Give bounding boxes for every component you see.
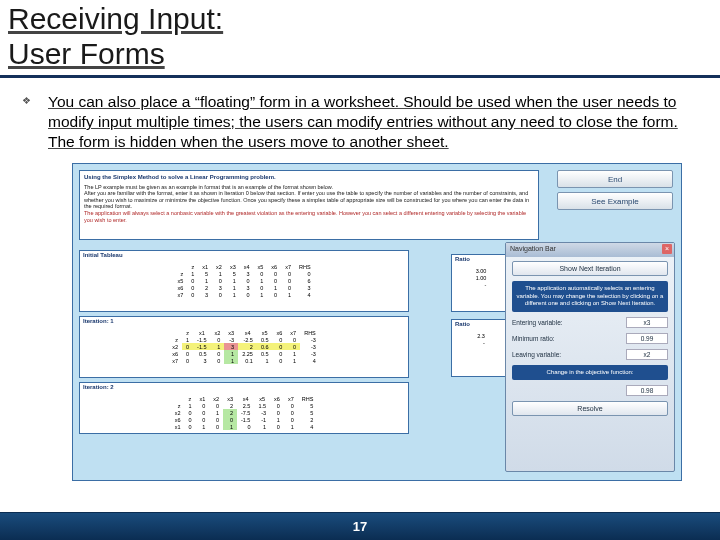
instructions-panel: Using the Simplex Method to solve a Line… bbox=[79, 170, 539, 240]
entering-value[interactable]: x3 bbox=[626, 317, 668, 328]
resolve-button[interactable]: Resolve bbox=[512, 401, 668, 416]
show-next-button[interactable]: Show Next Iteration bbox=[512, 261, 668, 276]
tableau-table: zx1x2x3x4x5x6x7RHSz1-1.50-3-2.50.500-3x2… bbox=[168, 329, 320, 364]
minratio-label: Minimum ratio: bbox=[512, 335, 555, 342]
slide-footer: 17 bbox=[0, 512, 720, 540]
tableau-label: Initial Tableau bbox=[83, 252, 123, 258]
action-buttons: End See Example bbox=[557, 170, 673, 210]
change-label: Change in the objective function: bbox=[512, 365, 668, 381]
bullet: ❖ You can also place a “floating” form i… bbox=[22, 92, 702, 151]
ratio-label: Ratio bbox=[455, 256, 470, 262]
ratio-table-1: 3.001.00- bbox=[472, 267, 491, 288]
leaving-label: Leaving variable: bbox=[512, 351, 561, 358]
title-line1: Receiving Input: bbox=[8, 2, 223, 35]
nav-body: Show Next Iteration The application auto… bbox=[506, 257, 674, 420]
title-line2: User Forms bbox=[8, 37, 165, 70]
diamond-bullet-icon: ❖ bbox=[22, 92, 34, 151]
instructions-p3: The application will always select a non… bbox=[84, 210, 534, 223]
instructions-p1: The LP example must be given as an examp… bbox=[84, 184, 534, 191]
page-number: 17 bbox=[353, 519, 367, 534]
leaving-value: x2 bbox=[626, 349, 668, 360]
initial-tableau: Initial Tableau zx1x2x3x4x5x6x7RHSz15153… bbox=[79, 250, 409, 312]
iteration-2: Iteration: 2 zx1x2x3x4x5x6x7RHSz10022.51… bbox=[79, 382, 409, 434]
change-value-row: 0.98 bbox=[512, 385, 668, 396]
tableau-table: zx1x2x3x4x5x6x7RHSz151530000x5010101006x… bbox=[173, 263, 314, 298]
ratio-box-2: Ratio 2.3- bbox=[451, 319, 511, 377]
see-example-button[interactable]: See Example bbox=[557, 192, 673, 210]
body: ❖ You can also place a “floating” form i… bbox=[0, 78, 720, 481]
min-ratio-row: Minimum ratio: 0.99 bbox=[512, 333, 668, 344]
iteration-1: Iteration: 1 zx1x2x3x4x5x6x7RHSz1-1.50-3… bbox=[79, 316, 409, 378]
ratio-table-2: 2.3- bbox=[473, 332, 489, 346]
nav-titlebar: Navigation Bar × bbox=[506, 243, 674, 257]
entering-variable-row: Entering variable: x3 bbox=[512, 317, 668, 328]
nav-blurb: The application automatically selects an… bbox=[512, 281, 668, 312]
navigation-bar: Navigation Bar × Show Next Iteration The… bbox=[505, 242, 675, 472]
end-button[interactable]: End bbox=[557, 170, 673, 188]
nav-title-text: Navigation Bar bbox=[510, 245, 556, 252]
slide-title: Receiving Input: User Forms bbox=[0, 0, 720, 78]
entering-label: Entering variable: bbox=[512, 319, 563, 326]
instructions-p2: After you are familiar with the format, … bbox=[84, 190, 534, 210]
instructions-header: Using the Simplex Method to solve a Line… bbox=[84, 174, 534, 181]
change-value: 0.98 bbox=[626, 385, 668, 396]
tableau-label: Iteration: 2 bbox=[83, 384, 114, 390]
bullet-text: You can also place a “floating” form in … bbox=[48, 92, 702, 151]
ratio-label: Ratio bbox=[455, 321, 470, 327]
ratio-box-1: Ratio 3.001.00- bbox=[451, 254, 511, 312]
minratio-value: 0.99 bbox=[626, 333, 668, 344]
close-icon[interactable]: × bbox=[662, 244, 672, 254]
tableau-label: Iteration: 1 bbox=[83, 318, 114, 324]
tableau-table: zx1x2x3x4x5x6x7RHSz10022.51.5005x20012-7… bbox=[171, 395, 318, 430]
leaving-variable-row: Leaving variable: x2 bbox=[512, 349, 668, 360]
embedded-screenshot: Using the Simplex Method to solve a Line… bbox=[72, 163, 682, 481]
